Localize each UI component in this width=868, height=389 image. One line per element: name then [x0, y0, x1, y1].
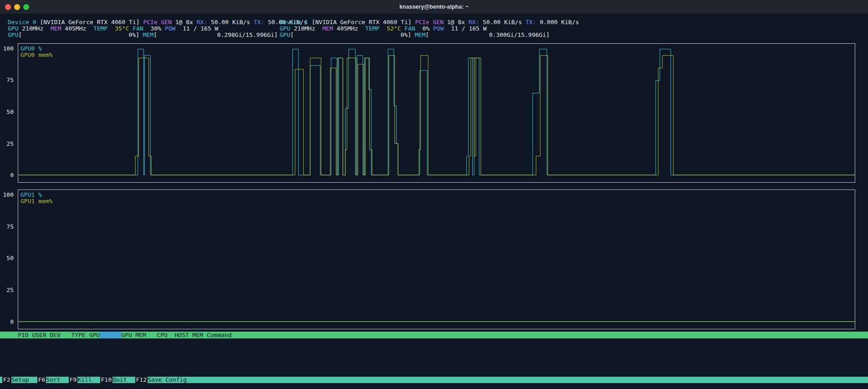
device1-tx-value: 0.000 KiB/s — [540, 19, 579, 26]
device1-pcie-value: 1@ 8x — [447, 19, 465, 26]
device1-mem-gauge-label: MEM — [415, 32, 425, 38]
y-axis-tick-100: 100 — [3, 45, 14, 52]
function-key-bar: F2Setup F6Sort F9Kill F10Quit F12Save Co… — [0, 377, 868, 383]
gpu0-mem-legend: GPU0 mem% — [20, 52, 52, 58]
process-columns-right: GPU MEM CPU HOST MEM Command — [121, 332, 232, 338]
device0-info-line: Device 0 [NVIDIA GeForce RTX 4060 Ti] PC… — [8, 19, 307, 26]
device0-util-gauge-bar — [22, 32, 128, 38]
device0-gpu-model: [NVIDIA GeForce RTX 4060 Ti] — [40, 19, 139, 26]
y-axis-tick-50: 50 — [6, 108, 14, 116]
device0-util-gauge-value: 0%] — [129, 32, 139, 38]
device0-rx-label: RX: — [197, 19, 207, 26]
gpu0-util-legend: GPU0 % — [20, 46, 52, 52]
fnkey-setup-label: Setup — [11, 377, 29, 383]
y-axis-tick-0: 0 — [10, 318, 14, 326]
device1-clock-value: 210MHz — [294, 26, 315, 32]
gpu1-history-svg — [18, 190, 855, 329]
device0-mem-gauge-open-bracket: [ — [153, 32, 157, 38]
device1-info-line: Device 1 [NVIDIA GeForce RTX 4060 Ti] PC… — [280, 19, 579, 26]
device1-gauges-line: GPU[0%] MEM[0.300Gi/15.996Gi] — [280, 32, 550, 38]
device0-clock-label: GPU — [8, 26, 18, 32]
device0-rx-value: 50.00 KiB/s — [211, 19, 250, 26]
device0-tx-label: TX: — [254, 19, 264, 26]
device1-util-gauge-open-bracket: [ — [290, 32, 294, 38]
fnkey-quit-key: F10 — [100, 377, 112, 383]
device0-pcie-value: 1@ 8x — [175, 19, 193, 26]
terminal-window: knassery@bento-alpha: ~ Device 0 [NVIDIA… — [0, 0, 868, 389]
device1-mem-gauge-bar — [429, 32, 489, 38]
fnkey-kill[interactable]: F9Kill — [69, 377, 92, 383]
process-columns-left: PID USER DEV TYPE GPU — [0, 332, 100, 338]
fnkey-save-config-key: F12 — [135, 377, 148, 383]
device1-gpu-model: [NVIDIA GeForce RTX 4060 Ti] — [311, 19, 411, 26]
device1-clock-label: GPU — [280, 26, 290, 32]
device1-util-gauge-bar — [294, 32, 400, 38]
device0-mem-gauge: MEM[0.298Gi/15.996Gi] — [143, 32, 278, 38]
device0-mem-gauge-label: MEM — [143, 32, 153, 38]
device0-fan-label: FAN — [133, 26, 143, 32]
gpu1-history-panel: 100 75 50 25 0 GPU1 % GPU1 mem% — [0, 189, 868, 329]
device1-rx-value: 50.00 KiB/s — [483, 19, 522, 26]
device1-temp-label: TEMP — [365, 26, 379, 32]
device1-mem-gauge: MEM[0.300Gi/15.996Gi] — [415, 32, 550, 38]
device1-temp-value: 52°C — [387, 26, 401, 32]
y-axis-tick-50: 50 — [6, 255, 14, 262]
gpu1-legend: GPU1 % GPU1 mem% — [20, 192, 52, 205]
device1-tx-label: TX: — [526, 19, 536, 26]
fnkey-setup[interactable]: F2Setup — [2, 377, 29, 383]
fnkey-save-config[interactable]: F12Save Config — [135, 377, 187, 383]
device1-util-gauge-label: GPU — [280, 32, 290, 38]
device0-mem-gauge-bar — [157, 32, 217, 38]
device1-fan-value: 0% — [423, 26, 430, 32]
device1-fan-label: FAN — [404, 26, 415, 32]
device1-mem-gauge-value: 0.300Gi/15.996Gi] — [489, 32, 550, 38]
device1-pow-label: POW — [433, 26, 444, 32]
device0-label: Device 0 — [8, 19, 36, 26]
device0-pow-value: 11 / 165 W — [183, 26, 218, 32]
device0-gpu-util-gauge: GPU[0%] — [8, 32, 139, 38]
device0-fan-value: 30% — [151, 26, 161, 32]
device0-temp-value: 35°C — [115, 26, 129, 32]
device1-gpu-util-gauge: GPU[0%] — [280, 32, 411, 38]
gpu0-plot-area: GPU0 % GPU0 mem% — [18, 43, 855, 183]
gpu1-y-axis: 100 75 50 25 0 — [0, 189, 15, 329]
device1-memclock-value: 405MHz — [337, 26, 358, 32]
fnkey-save-config-label: Save Config — [148, 377, 187, 383]
y-axis-tick-0: 0 — [10, 172, 14, 179]
device0-util-gauge-label: GPU — [8, 32, 18, 38]
fnkey-sort-label: Sort — [46, 377, 60, 383]
fnkey-kill-key: F9 — [69, 377, 78, 383]
titlebar: knassery@bento-alpha: ~ — [0, 0, 868, 14]
device0-temp-label: TEMP — [93, 26, 107, 32]
device1-stats-line: GPU 210MHz MEM 405MHz TEMP 52°C FAN 0% P… — [280, 26, 487, 32]
gpu1-util-legend: GPU1 % — [20, 192, 52, 198]
gpu0-legend: GPU0 % GPU0 mem% — [20, 46, 52, 58]
fnkey-quit[interactable]: F10Quit — [100, 377, 127, 383]
gpu0-y-axis: 100 75 50 25 0 — [0, 43, 15, 183]
device1-memclock-label: MEM — [322, 26, 333, 32]
device1-util-gauge-value: 0%] — [401, 32, 411, 38]
device1-mem-gauge-open-bracket: [ — [425, 32, 429, 38]
device1-label: Device 1 — [280, 19, 308, 26]
fnkey-quit-label: Quit — [112, 377, 127, 383]
gpu0-history-svg — [18, 44, 855, 182]
y-axis-tick-100: 100 — [3, 191, 14, 199]
y-axis-tick-25: 25 — [6, 140, 14, 148]
fnkey-setup-key: F2 — [2, 377, 11, 383]
device0-gauges-line: GPU[0%] MEM[0.298Gi/15.996Gi] — [8, 32, 278, 38]
fnkey-sort-key: F6 — [37, 377, 46, 383]
sort-column-highlight — [100, 332, 121, 338]
fnkey-kill-label: Kill — [77, 377, 92, 383]
y-axis-tick-75: 75 — [6, 77, 14, 84]
device0-pcie-label: PCIe GEN — [143, 19, 172, 26]
device0-stats-line: GPU 210MHz MEM 405MHz TEMP 35°C FAN 30% … — [8, 26, 218, 32]
fnkey-sort[interactable]: F6Sort — [37, 377, 61, 383]
y-axis-tick-25: 25 — [6, 287, 14, 294]
process-table-header: PID USER DEV TYPE GPU GPU MEM CPU HOST M… — [0, 332, 868, 338]
device0-mem-gauge-value: 0.298Gi/15.996Gi] — [217, 32, 278, 38]
device1-pow-value: 11 / 165 W — [451, 26, 486, 32]
window-title: knassery@bento-alpha: ~ — [0, 0, 868, 14]
device1-rx-label: RX: — [469, 19, 479, 26]
device0-memclock-label: MEM — [51, 26, 61, 32]
device0-clock-value: 210MHz — [22, 26, 43, 32]
